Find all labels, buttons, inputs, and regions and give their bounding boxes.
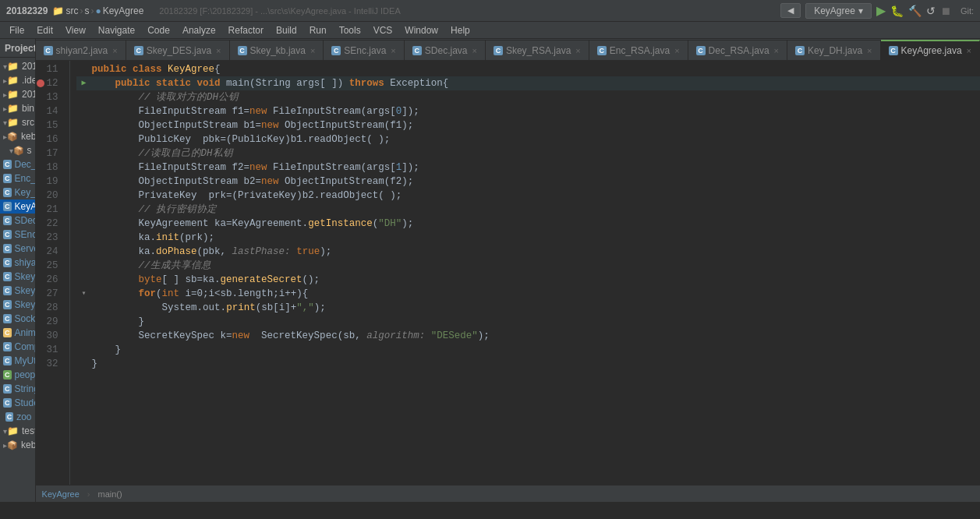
menu-item-window[interactable]: Window — [398, 23, 444, 37]
code-line-27: ▾ for(int i=0;i<sb.length;i++){ — [76, 287, 980, 301]
sidebar-item-MyUtil[interactable]: CMyUtil — [0, 354, 35, 368]
menu-item-view[interactable]: View — [59, 23, 92, 37]
sidebar-item-Server[interactable]: CServer — [0, 242, 35, 256]
tab-enc_rsa[interactable]: CEnc_RSA.java× — [589, 40, 688, 60]
sep1: › — [80, 5, 83, 16]
tab-close-btn[interactable]: × — [674, 46, 679, 55]
run-button[interactable]: ▶ — [876, 3, 886, 18]
tree-label-Key_DH: Key_DH — [15, 187, 36, 198]
sidebar-item-test[interactable]: ▾📁test — [0, 424, 35, 438]
tab-close-btn[interactable]: × — [867, 46, 872, 55]
sidebar-item-keben[interactable]: ▸📦keben — [0, 129, 35, 143]
rerun-button[interactable]: ↺ — [926, 5, 936, 17]
tab-close-btn[interactable]: × — [774, 46, 779, 55]
tab-label: Enc_RSA.java — [610, 45, 670, 56]
sidebar-item-shiyan2[interactable]: Cshiyan2 — [0, 256, 35, 270]
tab-senc[interactable]: CSEnc.java× — [324, 40, 404, 60]
sidebar-item-root[interactable]: ▾📁20182329F:\20182329 — [0, 59, 35, 73]
tab-close-btn[interactable]: × — [967, 46, 971, 55]
tree-icon-Student: C — [3, 397, 12, 408]
menu-item-code[interactable]: Code — [141, 23, 176, 37]
sidebar-item-s[interactable]: ▾📦s — [0, 143, 35, 157]
tab-close-btn[interactable]: × — [216, 46, 221, 55]
tab-skey_rsa[interactable]: CSkey_RSA.java× — [486, 40, 589, 60]
sidebar-item-people[interactable]: Cpeople — [0, 368, 35, 382]
menu-item-refactor[interactable]: Refactor — [222, 23, 270, 37]
tab-close-btn[interactable]: × — [391, 46, 395, 55]
tab-dec_rsa[interactable]: CDec_RSA.java× — [688, 40, 787, 60]
tab-label: SEnc.java — [344, 45, 386, 56]
code-area[interactable]: public class KeyAgree{▶ public static vo… — [70, 61, 980, 485]
sidebar-item-src[interactable]: ▾📁src — [0, 115, 35, 129]
sidebar-item-SDec[interactable]: CSDec — [0, 214, 35, 228]
code-content-20: PrivateKey prk=(PrivateKey)b2.readObject… — [92, 189, 402, 203]
sidebar-item-KeyAgree[interactable]: CKeyAgree — [0, 199, 35, 214]
sidebar-item-Enc_RSA[interactable]: CEnc_RSA — [0, 171, 35, 185]
menu-item-tools[interactable]: Tools — [333, 23, 367, 37]
status-bar: KeyAgree › main() — [36, 485, 980, 502]
tab-close-btn[interactable]: × — [112, 46, 117, 55]
nav-dropdown[interactable]: KeyAgree ▾ — [805, 3, 872, 19]
tree-label-SEnc: SEnc — [15, 229, 36, 240]
sidebar-item-Skey_kb[interactable]: CSkey_kb — [0, 284, 35, 298]
code-line-24: ka.doPhase(pbk, lastPhase: true); — [76, 245, 980, 259]
line-num-23: 23 — [36, 231, 63, 245]
sidebar-item-Skey_DES[interactable]: CSkey_DES — [0, 270, 35, 284]
sidebar-item-20182329lyz[interactable]: ▸📁20182329lyz — [0, 87, 35, 101]
tab-skey_kb[interactable]: CSkey_kb.java× — [230, 40, 324, 60]
tree-icon-src: 📁 — [7, 117, 19, 128]
code-editor[interactable]: 1112131415161718192021222324252627282930… — [36, 61, 980, 485]
line-num-18: 18 — [36, 161, 63, 175]
main-area: Project ⊕ ⇅ ⚙ − ▾📁20182329F:\20182329▸📁.… — [0, 39, 980, 502]
tab-close-btn[interactable]: × — [310, 46, 315, 55]
code-content-29: } — [92, 315, 145, 329]
build-button[interactable]: 🔨 — [908, 5, 922, 17]
tab-keyagree[interactable]: CKeyAgree.java× — [881, 40, 980, 60]
menu-item-navigate[interactable]: Navigate — [92, 23, 141, 37]
sidebar-item-StringBufferDemo[interactable]: CStringBufferDemo — [0, 382, 35, 396]
sidebar-item-idea[interactable]: ▸📁.idea — [0, 73, 35, 87]
sidebar-item-Animal[interactable]: CAnimal — [0, 326, 35, 340]
sidebar-item-Key_DH[interactable]: CKey_DH — [0, 185, 35, 199]
tab-close-btn[interactable]: × — [472, 46, 477, 55]
sidebar-item-Skey_RSA[interactable]: CSkey_RSA — [0, 298, 35, 312]
tab-key_dh[interactable]: CKey_DH.java× — [787, 40, 880, 60]
sidebar-item-zoo[interactable]: Czoo — [0, 410, 35, 424]
back-button[interactable]: ◀ — [780, 3, 801, 18]
tab-icon-enc_rsa: C — [597, 46, 607, 55]
menu-item-build[interactable]: Build — [270, 23, 303, 37]
tab-shiyan2[interactable]: Cshiyan2.java× — [36, 40, 126, 60]
sidebar-item-Dec_RSA[interactable]: CDec_RSA — [0, 157, 35, 171]
sidebar-item-bin[interactable]: ▸📁bin — [0, 101, 35, 115]
tree-icon-Skey_RSA: C — [3, 299, 12, 310]
code-content-19: ObjectInputStream b2=new ObjectInputStre… — [92, 175, 414, 189]
tree-icon-20182329lyz: 📁 — [7, 89, 19, 100]
line-num-27: 27 — [36, 287, 63, 301]
menu-item-file[interactable]: File — [3, 23, 30, 37]
tab-skey_des[interactable]: CSkey_DES.java× — [126, 40, 230, 60]
menu-item-vcs[interactable]: VCS — [367, 23, 399, 37]
menu-item-run[interactable]: Run — [303, 23, 333, 37]
tree-icon-test: 📁 — [7, 425, 19, 436]
code-line-26: byte[ ] sb=ka.generateSecret(); — [76, 273, 980, 287]
menu-item-help[interactable]: Help — [444, 23, 476, 37]
sidebar-item-SEnc[interactable]: CSEnc — [0, 228, 35, 242]
line-num-13: 13 — [36, 90, 63, 104]
tab-icon-skey_kb: C — [238, 46, 247, 55]
tab-sdec[interactable]: CSDec.java× — [405, 40, 486, 60]
tab-close-btn[interactable]: × — [575, 46, 580, 55]
tab-label: shiyan2.java — [56, 45, 108, 56]
gutter-12[interactable]: ▶ — [76, 76, 92, 90]
menu-item-analyze[interactable]: Analyze — [176, 23, 222, 37]
sidebar-item-Student[interactable]: CStudent — [0, 396, 35, 410]
stop-button[interactable]: ⏹ — [940, 5, 951, 17]
menu-item-edit[interactable]: Edit — [30, 23, 59, 37]
tab-icon-dec_rsa: C — [696, 46, 706, 55]
line-num-26: 26 — [36, 273, 63, 287]
sidebar-item-SocketClient[interactable]: CSocketClient — [0, 312, 35, 326]
sidebar-item-Complex[interactable]: CComplex — [0, 340, 35, 354]
sidebar-item-keben2[interactable]: ▸📦keben — [0, 438, 35, 452]
debug-button[interactable]: 🐛 — [890, 5, 904, 17]
code-content-25: //生成共享信息 — [92, 259, 211, 273]
tree-label-bin: bin — [22, 103, 34, 114]
